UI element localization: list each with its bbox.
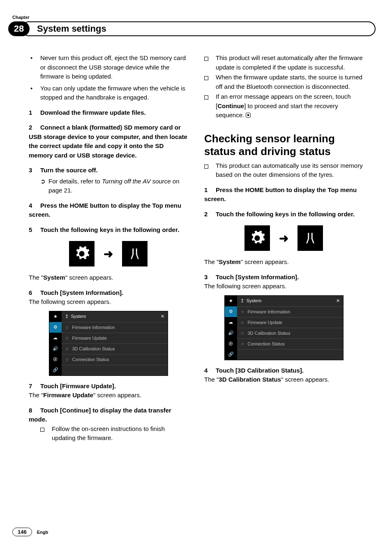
ss-side-icon: ⚙ <box>49 322 62 333</box>
step-number: 2 <box>204 210 216 219</box>
step-number: 2 <box>29 123 40 132</box>
step-text: Touch [System Information]. <box>216 273 299 280</box>
note-box-icon <box>204 161 216 180</box>
note-text: If an error message appears on the scree… <box>216 92 363 120</box>
step-number: 4 <box>204 366 216 375</box>
bullet-dot-icon: • <box>29 53 40 81</box>
key-sequence: ➜ <box>204 225 363 251</box>
star-icon: ☆ <box>65 357 69 362</box>
bullet-dot-icon: • <box>29 84 40 102</box>
r-step-4: 4Touch [3D Calibration Status]. <box>204 366 363 375</box>
arrow-right-icon: ➜ <box>279 232 288 245</box>
ss-back-icon: ↥ <box>240 298 244 303</box>
step-2: 2Connect a blank (formatted) SD memory c… <box>29 123 188 160</box>
step-number: 5 <box>29 225 40 235</box>
system-menu-screenshot: ★ ↥ System ✕ ⚙ ☆Firmware Information ☁ ☆… <box>49 311 168 376</box>
chapter-title: System settings <box>21 21 376 36</box>
right-column: This product will reset automatically af… <box>204 53 363 519</box>
step-text: Touch the following keys in the followin… <box>216 211 355 218</box>
step-number: 4 <box>29 201 40 211</box>
ss-title: System <box>71 314 86 319</box>
ss-side-icon: 🔊 <box>49 343 62 354</box>
step-text: Touch the following keys in the followin… <box>40 226 179 233</box>
language-code: Engb <box>37 530 48 535</box>
step-8-note: Follow the on-screen instructions to fin… <box>29 424 188 443</box>
heading-note: This product can automatically use its s… <box>204 161 363 180</box>
step-text: Turn the source off. <box>40 167 98 174</box>
note-box-icon <box>40 424 52 443</box>
ss-side-icon: ★ <box>225 296 237 306</box>
bullet-text: Never turn this product off, eject the S… <box>40 53 188 81</box>
bullet-text: You can only update the firmware when th… <box>40 84 188 102</box>
r-step-3: 3Touch [System Information]. <box>204 273 363 282</box>
key-sequence: ➜ <box>29 241 188 266</box>
note-text: When the firmware update starts, the sou… <box>216 73 363 91</box>
step-3: 3Turn the source off. <box>29 166 188 175</box>
chapter-number-badge: 28 <box>8 21 30 36</box>
step-text: Connect a blank (formatted) SD memory ca… <box>29 124 187 159</box>
bullet-item: • Never turn this product off, eject the… <box>29 53 188 81</box>
reference-arrow-icon: ➲ <box>40 177 48 195</box>
ss-side-icon: 🔗 <box>225 349 237 360</box>
star-icon: ☆ <box>240 341 244 347</box>
substep-text: For details, refer to Turning off the AV… <box>48 177 188 195</box>
stop-icon <box>246 113 251 118</box>
note-item: When the firmware update starts, the sou… <box>204 73 363 91</box>
ss-side-icon: ⦿ <box>49 354 62 365</box>
star-icon: ☆ <box>240 331 244 336</box>
step-number: 7 <box>29 382 40 391</box>
ss-item: Firmware Update <box>72 336 107 341</box>
step-1: 1Download the firmware update files. <box>29 108 188 118</box>
star-icon: ☆ <box>240 320 244 325</box>
note-box-icon <box>204 92 216 120</box>
step-text: Download the firmware update files. <box>40 109 146 116</box>
note-box-icon <box>204 53 216 72</box>
wrench-icon <box>297 225 323 251</box>
step-text: Press the HOME button to display the Top… <box>204 186 357 203</box>
note-text: Follow the on-screen instructions to fin… <box>52 424 188 443</box>
ss-side-icon: ★ <box>49 311 62 322</box>
note-box-icon <box>204 73 216 91</box>
system-menu-screenshot: ★ ↥ System ✕ ⚙ ☆Firmware Information ☁ ☆… <box>224 295 344 360</box>
note-item: If an error message appears on the scree… <box>204 92 363 120</box>
ss-item: Connection Status <box>248 341 285 346</box>
ss-item: Connection Status <box>72 357 109 362</box>
note-item: This product will reset automatically af… <box>204 53 363 72</box>
system-screen-text: The "System" screen appears. <box>29 273 188 283</box>
star-icon: ☆ <box>65 346 69 352</box>
ss-item: Firmware Information <box>72 325 115 330</box>
step-3-substep: ➲ For details, refer to Turning off the … <box>29 177 188 195</box>
step-text: Touch [Firmware Update]. <box>40 382 116 389</box>
step-number: 1 <box>29 108 40 118</box>
ss-item: 3D Calibration Status <box>248 331 291 336</box>
r-step-1: 1Press the HOME button to display the To… <box>204 185 363 204</box>
gear-icon <box>69 241 95 266</box>
step-number: 3 <box>29 166 40 175</box>
step-4: 4Press the HOME button to display the To… <box>29 201 188 220</box>
step-text: Press the HOME button to display the Top… <box>29 202 181 218</box>
section-heading: Checking sensor learning status and driv… <box>204 132 363 158</box>
step-7-after: The "Firmware Update" screen appears. <box>29 391 188 400</box>
system-screen-text: The "System" screen appears. <box>204 257 363 267</box>
step-6-after: The following screen appears. <box>29 297 188 307</box>
chapter-label: Chapter <box>12 15 30 20</box>
ss-side-icon: ☁ <box>225 317 237 328</box>
step-number: 6 <box>29 288 40 298</box>
ss-side-icon: 🔗 <box>49 365 62 375</box>
page-number: 146 <box>12 528 32 536</box>
ss-close-icon: ✕ <box>161 314 164 319</box>
ss-title: System <box>247 298 262 303</box>
ss-side-icon: ⦿ <box>225 338 237 349</box>
arrow-right-icon: ➜ <box>104 247 113 261</box>
step-7: 7Touch [Firmware Update]. <box>29 382 188 391</box>
step-number: 3 <box>204 273 216 282</box>
note-text: This product will reset automatically af… <box>216 53 363 72</box>
bullet-item: • You can only update the firmware when … <box>29 84 188 102</box>
step-5: 5Touch the following keys in the followi… <box>29 225 188 235</box>
wrench-icon <box>122 241 148 266</box>
ss-item: Firmware Update <box>248 320 282 325</box>
step-8: 8Touch [Continue] to display the data tr… <box>29 406 188 424</box>
r-step-3-after: The following screen appears. <box>204 282 363 291</box>
r-step-4-after: The "3D Calibration Status" screen appea… <box>204 375 363 385</box>
ss-side-icon: 🔊 <box>225 328 237 338</box>
